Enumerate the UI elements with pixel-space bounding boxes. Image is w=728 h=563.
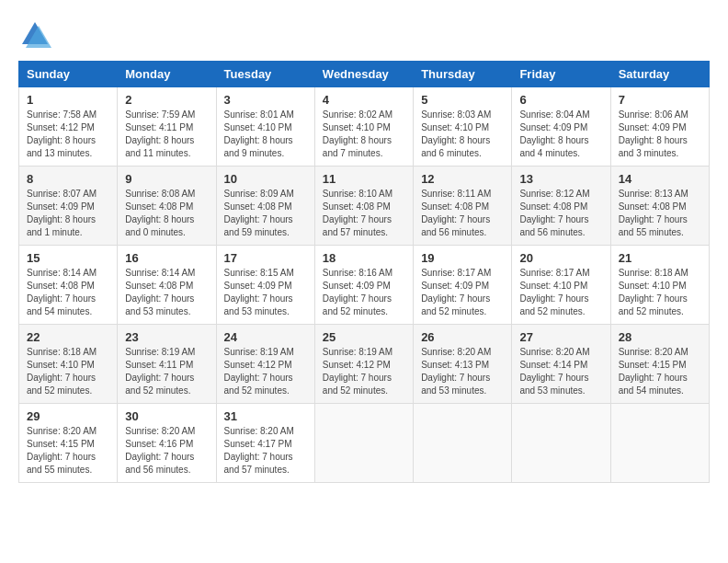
daylight-label: Daylight: 8 hours and 0 minutes. bbox=[125, 214, 194, 237]
calendar-cell: 21 Sunrise: 8:18 AM Sunset: 4:10 PM Dayl… bbox=[610, 246, 709, 325]
sunset-label: Sunset: 4:08 PM bbox=[224, 201, 292, 212]
sunrise-label: Sunrise: 7:59 AM bbox=[125, 109, 195, 120]
sunset-label: Sunset: 4:08 PM bbox=[125, 281, 193, 291]
sunset-label: Sunset: 4:09 PM bbox=[519, 122, 587, 132]
calendar-cell: 14 Sunrise: 8:13 AM Sunset: 4:08 PM Dayl… bbox=[610, 167, 709, 246]
day-info: Sunrise: 8:01 AM Sunset: 4:10 PM Dayligh… bbox=[224, 109, 307, 160]
calendar-cell: 27 Sunrise: 8:20 AM Sunset: 4:14 PM Dayl… bbox=[512, 325, 610, 404]
sunset-label: Sunset: 4:13 PM bbox=[421, 360, 489, 370]
day-number: 27 bbox=[519, 330, 602, 344]
calendar-cell: 28 Sunrise: 8:20 AM Sunset: 4:15 PM Dayl… bbox=[610, 325, 709, 404]
sunset-label: Sunset: 4:14 PM bbox=[519, 360, 587, 370]
sunrise-label: Sunrise: 8:20 AM bbox=[421, 347, 491, 357]
sunset-label: Sunset: 4:09 PM bbox=[421, 281, 489, 291]
day-info: Sunrise: 8:16 AM Sunset: 4:09 PM Dayligh… bbox=[323, 267, 405, 318]
sunset-label: Sunset: 4:08 PM bbox=[323, 201, 391, 212]
sunset-label: Sunset: 4:09 PM bbox=[27, 201, 95, 212]
day-number: 14 bbox=[619, 172, 701, 186]
sunrise-label: Sunrise: 8:14 AM bbox=[125, 268, 195, 278]
day-info: Sunrise: 8:07 AM Sunset: 4:09 PM Dayligh… bbox=[27, 188, 109, 239]
day-number: 7 bbox=[619, 93, 701, 107]
day-info: Sunrise: 7:58 AM Sunset: 4:12 PM Dayligh… bbox=[27, 109, 109, 160]
calendar-cell bbox=[512, 404, 610, 483]
sunset-label: Sunset: 4:12 PM bbox=[27, 122, 95, 132]
daylight-label: Daylight: 7 hours and 53 minutes. bbox=[125, 293, 194, 316]
sunset-label: Sunset: 4:09 PM bbox=[619, 122, 687, 132]
weekday-header: Saturday bbox=[610, 62, 709, 87]
day-number: 6 bbox=[519, 93, 602, 107]
day-number: 4 bbox=[323, 93, 405, 107]
sunrise-label: Sunrise: 8:20 AM bbox=[125, 426, 195, 436]
day-number: 19 bbox=[421, 251, 504, 265]
sunset-label: Sunset: 4:15 PM bbox=[27, 439, 95, 449]
sunset-label: Sunset: 4:08 PM bbox=[421, 201, 489, 212]
day-info: Sunrise: 8:13 AM Sunset: 4:08 PM Dayligh… bbox=[619, 188, 701, 239]
calendar-cell: 5 Sunrise: 8:03 AM Sunset: 4:10 PM Dayli… bbox=[414, 87, 512, 167]
sunrise-label: Sunrise: 8:17 AM bbox=[421, 268, 491, 278]
daylight-label: Daylight: 7 hours and 53 minutes. bbox=[224, 293, 293, 316]
day-info: Sunrise: 8:12 AM Sunset: 4:08 PM Dayligh… bbox=[519, 188, 602, 239]
calendar-cell: 20 Sunrise: 8:17 AM Sunset: 4:10 PM Dayl… bbox=[512, 246, 610, 325]
day-info: Sunrise: 8:06 AM Sunset: 4:09 PM Dayligh… bbox=[619, 109, 701, 160]
day-number: 28 bbox=[619, 330, 701, 344]
weekday-header: Tuesday bbox=[216, 62, 314, 87]
day-info: Sunrise: 8:19 AM Sunset: 4:12 PM Dayligh… bbox=[323, 346, 405, 397]
day-info: Sunrise: 8:14 AM Sunset: 4:08 PM Dayligh… bbox=[125, 267, 208, 318]
daylight-label: Daylight: 8 hours and 13 minutes. bbox=[27, 135, 96, 158]
daylight-label: Daylight: 7 hours and 52 minutes. bbox=[224, 373, 293, 396]
calendar-cell: 18 Sunrise: 8:16 AM Sunset: 4:09 PM Dayl… bbox=[314, 246, 413, 325]
sunset-label: Sunset: 4:10 PM bbox=[619, 281, 687, 291]
day-info: Sunrise: 8:15 AM Sunset: 4:09 PM Dayligh… bbox=[224, 267, 307, 318]
sunrise-label: Sunrise: 8:12 AM bbox=[519, 189, 589, 199]
calendar-header-row: SundayMondayTuesdayWednesdayThursdayFrid… bbox=[19, 62, 710, 87]
daylight-label: Daylight: 7 hours and 52 minutes. bbox=[421, 293, 490, 316]
calendar-cell: 7 Sunrise: 8:06 AM Sunset: 4:09 PM Dayli… bbox=[610, 87, 709, 167]
sunset-label: Sunset: 4:10 PM bbox=[421, 122, 489, 132]
day-info: Sunrise: 8:17 AM Sunset: 4:10 PM Dayligh… bbox=[519, 267, 602, 318]
daylight-label: Daylight: 7 hours and 54 minutes. bbox=[619, 373, 688, 396]
daylight-label: Daylight: 7 hours and 53 minutes. bbox=[519, 373, 588, 396]
calendar-cell: 13 Sunrise: 8:12 AM Sunset: 4:08 PM Dayl… bbox=[512, 167, 610, 246]
sunset-label: Sunset: 4:16 PM bbox=[125, 439, 193, 449]
day-info: Sunrise: 8:09 AM Sunset: 4:08 PM Dayligh… bbox=[224, 188, 307, 239]
sunset-label: Sunset: 4:10 PM bbox=[224, 122, 292, 132]
sunset-label: Sunset: 4:10 PM bbox=[519, 281, 587, 291]
day-number: 8 bbox=[27, 172, 109, 186]
calendar-cell: 19 Sunrise: 8:17 AM Sunset: 4:09 PM Dayl… bbox=[414, 246, 512, 325]
sunrise-label: Sunrise: 8:09 AM bbox=[224, 189, 294, 199]
day-number: 16 bbox=[125, 251, 208, 265]
day-info: Sunrise: 8:19 AM Sunset: 4:11 PM Dayligh… bbox=[125, 346, 208, 397]
day-info: Sunrise: 8:10 AM Sunset: 4:08 PM Dayligh… bbox=[323, 188, 405, 239]
daylight-label: Daylight: 8 hours and 6 minutes. bbox=[421, 135, 490, 158]
sunset-label: Sunset: 4:08 PM bbox=[27, 281, 95, 291]
daylight-label: Daylight: 7 hours and 52 minutes. bbox=[27, 373, 96, 396]
page-header bbox=[18, 18, 710, 52]
day-number: 9 bbox=[125, 172, 208, 186]
calendar-table: SundayMondayTuesdayWednesdayThursdayFrid… bbox=[18, 61, 710, 483]
day-info: Sunrise: 8:02 AM Sunset: 4:10 PM Dayligh… bbox=[323, 109, 405, 160]
daylight-label: Daylight: 7 hours and 54 minutes. bbox=[27, 293, 96, 316]
day-info: Sunrise: 8:04 AM Sunset: 4:09 PM Dayligh… bbox=[519, 109, 602, 160]
sunset-label: Sunset: 4:11 PM bbox=[125, 360, 193, 370]
day-info: Sunrise: 8:20 AM Sunset: 4:13 PM Dayligh… bbox=[421, 346, 504, 397]
day-number: 5 bbox=[421, 93, 504, 107]
calendar-cell: 10 Sunrise: 8:09 AM Sunset: 4:08 PM Dayl… bbox=[216, 167, 314, 246]
day-number: 13 bbox=[519, 172, 602, 186]
day-info: Sunrise: 8:18 AM Sunset: 4:10 PM Dayligh… bbox=[27, 346, 109, 397]
calendar-cell: 2 Sunrise: 7:59 AM Sunset: 4:11 PM Dayli… bbox=[118, 87, 216, 167]
daylight-label: Daylight: 7 hours and 52 minutes. bbox=[619, 293, 688, 316]
daylight-label: Daylight: 7 hours and 56 minutes. bbox=[125, 452, 194, 475]
calendar-cell bbox=[610, 404, 709, 483]
sunset-label: Sunset: 4:12 PM bbox=[224, 360, 292, 370]
sunrise-label: Sunrise: 8:18 AM bbox=[619, 268, 688, 278]
calendar-cell: 4 Sunrise: 8:02 AM Sunset: 4:10 PM Dayli… bbox=[314, 87, 413, 167]
calendar-cell: 24 Sunrise: 8:19 AM Sunset: 4:12 PM Dayl… bbox=[216, 325, 314, 404]
sunset-label: Sunset: 4:09 PM bbox=[224, 281, 292, 291]
day-info: Sunrise: 8:19 AM Sunset: 4:12 PM Dayligh… bbox=[224, 346, 307, 397]
day-info: Sunrise: 8:20 AM Sunset: 4:17 PM Dayligh… bbox=[224, 425, 307, 477]
sunset-label: Sunset: 4:09 PM bbox=[323, 281, 391, 291]
day-info: Sunrise: 8:11 AM Sunset: 4:08 PM Dayligh… bbox=[421, 188, 504, 239]
logo bbox=[18, 18, 57, 52]
sunset-label: Sunset: 4:10 PM bbox=[323, 122, 391, 132]
daylight-label: Daylight: 8 hours and 1 minute. bbox=[27, 214, 96, 237]
